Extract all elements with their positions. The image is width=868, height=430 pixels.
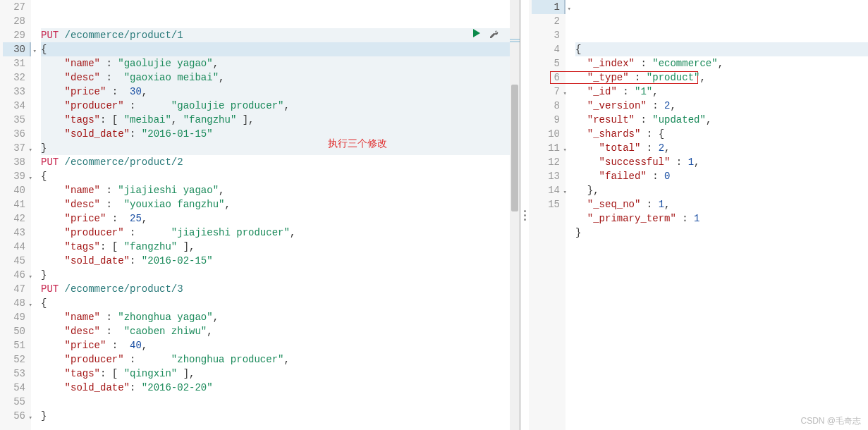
line-number[interactable]: 8 bbox=[532, 99, 560, 113]
code-line[interactable]: "producer" : "jiajieshi producer", bbox=[41, 226, 510, 240]
right-code[interactable]: { "_index" : "ecommerce", "_type" : "pro… bbox=[566, 0, 868, 430]
code-line[interactable]: "failed" : 0 bbox=[575, 169, 868, 183]
code-line[interactable]: } bbox=[41, 141, 510, 155]
line-number[interactable]: 15 bbox=[532, 197, 560, 211]
line-number[interactable]: 45 bbox=[3, 254, 25, 268]
run-icon[interactable] bbox=[472, 28, 482, 41]
line-number[interactable]: 56 bbox=[3, 409, 25, 423]
code-line[interactable]: }, bbox=[575, 183, 868, 197]
code-line[interactable]: "_id" : "1", bbox=[575, 85, 868, 99]
line-number[interactable]: 7 bbox=[532, 85, 560, 99]
code-line[interactable]: "_type" : "product", bbox=[575, 70, 868, 85]
code-line[interactable]: "producer" : "gaolujie producer", bbox=[41, 99, 510, 113]
code-line[interactable]: "_primary_term" : 1 bbox=[575, 211, 868, 226]
code-line[interactable]: { bbox=[575, 42, 868, 56]
line-number[interactable]: 11 bbox=[532, 141, 560, 155]
line-number[interactable]: 47 bbox=[3, 282, 25, 296]
line-number[interactable]: 3 bbox=[532, 28, 560, 42]
line-number[interactable]: 44 bbox=[3, 240, 25, 254]
code-line[interactable]: } bbox=[575, 226, 868, 240]
line-number[interactable]: 36 bbox=[3, 127, 25, 141]
line-number[interactable]: 37 bbox=[3, 141, 25, 155]
code-line[interactable]: "_shards" : { bbox=[575, 127, 868, 141]
code-line[interactable]: "_seq_no" : 1, bbox=[575, 197, 868, 211]
code-line[interactable]: "sold_date": "2016-02-15" bbox=[41, 254, 510, 268]
code-line[interactable]: PUT /ecommerce/product/3 bbox=[41, 282, 510, 296]
annotation-text: 执行三个修改 bbox=[328, 137, 387, 150]
line-number[interactable]: 12 bbox=[532, 155, 560, 169]
code-line[interactable]: "_index" : "ecommerce", bbox=[575, 56, 868, 70]
code-line[interactable]: "desc" : "youxiao fangzhu", bbox=[41, 197, 510, 211]
line-number[interactable]: 55 bbox=[3, 395, 25, 409]
line-number[interactable]: 29 bbox=[3, 28, 25, 42]
line-number[interactable]: 9 bbox=[532, 113, 560, 127]
line-number[interactable]: 40 bbox=[3, 183, 25, 197]
line-number[interactable]: 33 bbox=[3, 85, 25, 99]
left-scrollbar[interactable] bbox=[510, 0, 520, 430]
line-number[interactable]: 39 bbox=[3, 169, 25, 183]
code-line[interactable]: "successful" : 1, bbox=[575, 155, 868, 169]
code-line[interactable] bbox=[41, 395, 510, 409]
code-line[interactable]: "tags": [ "qingxin" ], bbox=[41, 367, 510, 381]
code-line[interactable] bbox=[575, 240, 868, 254]
line-number[interactable]: 2 bbox=[532, 14, 560, 28]
code-line[interactable]: { bbox=[41, 42, 510, 56]
line-number[interactable]: 52 bbox=[3, 352, 25, 367]
line-number[interactable]: 27 bbox=[3, 0, 25, 14]
code-line[interactable]: "price" : 25, bbox=[41, 211, 510, 226]
code-line[interactable]: "price" : 40, bbox=[41, 338, 510, 352]
line-number[interactable]: 13 bbox=[532, 169, 560, 183]
code-line[interactable]: } bbox=[41, 409, 510, 423]
code-line[interactable]: "price" : 30, bbox=[41, 85, 510, 99]
code-line[interactable] bbox=[41, 14, 510, 28]
line-number[interactable]: 38 bbox=[3, 155, 25, 169]
code-line[interactable]: "desc" : "gaoxiao meibai", bbox=[41, 70, 510, 85]
line-number[interactable]: 14 bbox=[532, 183, 560, 197]
code-line[interactable]: "tags": [ "meibai", "fangzhu" ], bbox=[41, 113, 510, 127]
wrench-icon[interactable] bbox=[489, 28, 499, 41]
code-line[interactable]: } bbox=[41, 268, 510, 282]
code-line[interactable]: "name" : "zhonghua yagao", bbox=[41, 310, 510, 324]
line-number[interactable]: 54 bbox=[3, 381, 25, 395]
line-number[interactable]: 50 bbox=[3, 324, 25, 338]
line-number[interactable]: 48 bbox=[3, 296, 25, 310]
code-line[interactable]: "name" : "gaolujie yagao", bbox=[41, 56, 510, 70]
code-line[interactable]: "name" : "jiajieshi yagao", bbox=[41, 183, 510, 197]
left-code[interactable]: PUT /ecommerce/product/1{ "name" : "gaol… bbox=[31, 0, 510, 430]
line-number[interactable]: 49 bbox=[3, 310, 25, 324]
line-number[interactable]: 28 bbox=[3, 14, 25, 28]
code-line[interactable]: "producer" : "zhonghua producer", bbox=[41, 352, 510, 367]
code-line[interactable]: { bbox=[41, 296, 510, 310]
right-gutter[interactable]: 123456789101112131415 bbox=[529, 0, 566, 430]
line-number[interactable]: 30 bbox=[3, 42, 31, 56]
pane-divider[interactable] bbox=[520, 0, 529, 430]
request-editor-pane: 2728293031323334353637383940414243444546… bbox=[0, 0, 520, 430]
code-line[interactable]: { bbox=[41, 169, 510, 183]
code-line[interactable]: "sold_date": "2016-02-20" bbox=[41, 381, 510, 395]
line-number[interactable]: 42 bbox=[3, 211, 25, 226]
left-gutter[interactable]: 2728293031323334353637383940414243444546… bbox=[0, 0, 31, 430]
line-number[interactable]: 34 bbox=[3, 99, 25, 113]
line-number[interactable]: 32 bbox=[3, 70, 25, 85]
watermark: CSDN @毛奇志 bbox=[800, 415, 861, 427]
code-line[interactable]: PUT /ecommerce/product/1 bbox=[41, 28, 510, 42]
line-number[interactable]: 53 bbox=[3, 367, 25, 381]
line-number[interactable]: 43 bbox=[3, 226, 25, 240]
line-number[interactable]: 46 bbox=[3, 268, 25, 282]
line-number[interactable]: 1 bbox=[532, 0, 566, 14]
code-line[interactable]: PUT /ecommerce/product/2 bbox=[41, 155, 510, 169]
line-number[interactable]: 35 bbox=[3, 113, 25, 127]
line-number[interactable]: 4 bbox=[532, 42, 560, 56]
code-line[interactable]: "result" : "updated", bbox=[575, 113, 868, 127]
line-number[interactable]: 10 bbox=[532, 127, 560, 141]
line-number[interactable]: 41 bbox=[3, 197, 25, 211]
line-number[interactable]: 5 bbox=[532, 56, 560, 70]
code-line[interactable] bbox=[41, 0, 510, 14]
code-line[interactable]: "sold_date": "2016-01-15" bbox=[41, 127, 510, 141]
line-number[interactable]: 51 bbox=[3, 338, 25, 352]
code-line[interactable]: "_version" : 2, bbox=[575, 99, 868, 113]
code-line[interactable]: "desc" : "caoben zhiwu", bbox=[41, 324, 510, 338]
line-number[interactable]: 31 bbox=[3, 56, 25, 70]
code-line[interactable]: "tags": [ "fangzhu" ], bbox=[41, 240, 510, 254]
code-line[interactable]: "total" : 2, bbox=[575, 141, 868, 155]
